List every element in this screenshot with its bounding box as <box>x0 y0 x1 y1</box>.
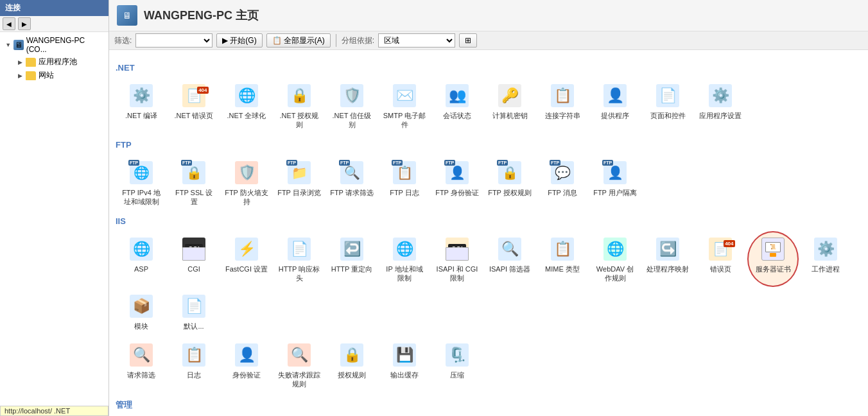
main-header-icon: 🖥 <box>117 5 137 26</box>
icon-item-auth-rules[interactable]: 🔒授权规则 <box>326 337 378 393</box>
icon-img-ftp-iso: FTP👤 <box>602 160 628 186</box>
icon-item-output-cache[interactable]: 💾输出缓存 <box>379 337 430 393</box>
icon-img-webdav: 🌐 <box>602 236 628 262</box>
icon-label-net-trust: .NET 信任级别 <box>330 111 374 130</box>
icon-label-mime: MIME 类型 <box>545 264 580 273</box>
icon-img-compress: 🗜️ <box>444 342 470 368</box>
icon-img-ftp-perms: FTP🔒 <box>497 160 523 186</box>
icon-label-net-compiler: .NET 编译 <box>125 111 157 120</box>
icon-item-isapi-cgi[interactable]: CGIISAPI 和 CGI 限制 <box>431 231 483 287</box>
icon-item-ftp-ssl[interactable]: FTP🔒FTP SSL 设置 <box>168 155 220 211</box>
icon-item-providers[interactable]: 👤提供程序 <box>589 78 641 134</box>
separator-1 <box>336 34 336 47</box>
page-title: WANGPENG-PC 主页 <box>144 8 259 23</box>
icon-label-http-response: HTTP 响应标头 <box>277 264 321 283</box>
icon-item-isapi-filter[interactable]: 🔍ISAPI 筛选器 <box>484 231 535 287</box>
icon-item-handler[interactable]: ↪️处理程序映射 <box>642 231 693 287</box>
icon-img-ftp-firewall: 🛡️ <box>234 160 259 186</box>
tree-app-pool[interactable]: ▶ 应用程序池 <box>14 55 106 69</box>
show-all-btn[interactable]: 📋 全部显示(A) <box>266 33 331 48</box>
tree-website[interactable]: ▶ 网站 <box>14 69 106 82</box>
icon-label-output-cache: 输出缓存 <box>390 370 419 379</box>
icon-item-fastcgi[interactable]: ⚡FastCGI 设置 <box>221 231 272 287</box>
icon-item-session-state[interactable]: 👥会话状态 <box>431 78 483 134</box>
net-icon-grid: ⚙️.NET 编译📄404.NET 错误页🌐.NET 全球化🔒.NET 授权规则… <box>116 78 862 134</box>
icon-img-ftp-browse: FTP📁 <box>286 160 312 186</box>
icon-img-ip-domain: 🌐 <box>392 236 417 262</box>
net-section-label: .NET <box>116 63 862 74</box>
icon-item-log[interactable]: 📋日志 <box>168 337 220 393</box>
icon-item-ftp-auth[interactable]: FTP👤FTP 身份验证 <box>431 155 483 211</box>
icon-img-net-global: 🌐 <box>234 83 259 108</box>
ftp-icon-grid: FTP🌐FTP IPv4 地址和域限制FTP🔒FTP SSL 设置🛡️FTP 防… <box>116 155 862 211</box>
icon-item-net-auth-rules[interactable]: 🔒.NET 授权规则 <box>273 78 325 134</box>
icon-item-smtp-email[interactable]: ✉️SMTP 电子邮件 <box>379 78 430 134</box>
icon-label-log: 日志 <box>187 370 201 379</box>
icon-img-failed-req: 🔍 <box>286 342 312 368</box>
icon-item-compress[interactable]: 🗜️压缩 <box>431 337 483 393</box>
icon-item-net-trust[interactable]: 🛡️.NET 信任级别 <box>326 78 378 134</box>
icon-item-webdav[interactable]: 🌐WebDAV 创作规则 <box>589 231 641 287</box>
icon-item-auth[interactable]: 👤身份验证 <box>221 337 272 393</box>
server-icon: 🖥 <box>13 40 23 50</box>
icon-item-default[interactable]: 📄默认... <box>168 288 220 334</box>
icon-item-failed-req[interactable]: 🔍失败请求跟踪规则 <box>273 337 325 393</box>
icon-item-asp[interactable]: 🌐ASP <box>116 231 167 287</box>
icon-item-server-cert[interactable]: 📜服务器证书 <box>747 231 799 287</box>
icon-item-modules[interactable]: 📦模块 <box>116 288 167 334</box>
icon-item-ftp-ipv4[interactable]: FTP🌐FTP IPv4 地址和域限制 <box>116 155 167 211</box>
icon-img-req-filter: 🔍 <box>128 342 154 368</box>
website-icon <box>26 71 36 80</box>
icon-item-ftp-perms[interactable]: FTP🔒FTP 授权规则 <box>484 155 535 211</box>
icon-label-ftp-perms: FTP 授权规则 <box>488 188 532 197</box>
icon-label-ftp-msg: FTP 消息 <box>548 188 577 197</box>
icon-img-isapi-filter: 🔍 <box>497 236 523 262</box>
app-pool-expand: ▶ <box>17 59 23 65</box>
icon-item-error-pages[interactable]: 📄404错误页 <box>695 231 746 287</box>
mgmt-section-label: 管理 <box>116 399 862 412</box>
icon-item-ip-domain[interactable]: 🌐IP 地址和域限制 <box>379 231 430 287</box>
icon-img-ftp-filter: FTP🔍 <box>339 160 365 186</box>
icon-img-auth-rules: 🔒 <box>339 342 365 368</box>
icon-img-mime: 📋 <box>550 236 575 262</box>
icon-item-ftp-browse[interactable]: FTP📁FTP 目录浏览 <box>273 155 325 211</box>
icon-img-handler: ↪️ <box>655 236 681 262</box>
icon-img-smtp-email: ✉️ <box>392 83 417 108</box>
icon-item-http-redirect[interactable]: ↩️HTTP 重定向 <box>326 231 378 287</box>
icon-item-ftp-log[interactable]: FTP📋FTP 日志 <box>379 155 430 211</box>
icon-item-ftp-iso[interactable]: FTP👤FTP 用户隔离 <box>589 155 641 211</box>
icon-item-net-global[interactable]: 🌐.NET 全球化 <box>221 78 272 134</box>
view-btn[interactable]: ⊞ <box>459 33 477 48</box>
ftp-section-label: FTP <box>116 140 862 151</box>
start-btn[interactable]: ▶ 开始(G) <box>216 33 262 48</box>
filter-select[interactable] <box>135 33 213 48</box>
icon-item-cgi[interactable]: CGICGI <box>168 231 220 287</box>
icon-item-conn-string[interactable]: 📋连接字符串 <box>537 78 588 134</box>
icon-img-error-pages: 📄404 <box>707 236 733 262</box>
icon-item-ftp-msg[interactable]: FTP💬FTP 消息 <box>537 155 588 211</box>
icon-img-fastcgi: ⚡ <box>234 236 259 262</box>
icon-item-net-error[interactable]: 📄404.NET 错误页 <box>168 78 220 134</box>
group-select[interactable]: 区域 <box>378 33 455 48</box>
icon-item-mime[interactable]: 📋MIME 类型 <box>537 231 588 287</box>
icon-item-ftp-filter[interactable]: FTP🔍FTP 请求筛选 <box>326 155 378 211</box>
icon-label-asp: ASP <box>134 264 148 273</box>
icon-item-worker-proc[interactable]: ⚙️工作进程 <box>800 231 851 287</box>
icon-item-app-settings[interactable]: ⚙️应用程序设置 <box>695 78 746 134</box>
sidebar-forward-btn[interactable]: ▶ <box>18 17 31 30</box>
icon-img-ftp-msg: FTP💬 <box>550 160 575 186</box>
sidebar-back-btn[interactable]: ◀ <box>3 17 15 30</box>
icon-item-pages-controls[interactable]: 📄页面和控件 <box>642 78 693 134</box>
icon-img-isapi-cgi: CGI <box>444 236 470 262</box>
icon-label-auth: 身份验证 <box>232 370 261 379</box>
icon-item-machine-key[interactable]: 🔑计算机密钥 <box>484 78 535 134</box>
tree-server[interactable]: ▼ 🖥 WANGPENG-PC (CO... <box>3 35 106 55</box>
icon-item-http-response[interactable]: 📄HTTP 响应标头 <box>273 231 325 287</box>
icon-item-net-compiler[interactable]: ⚙️.NET 编译 <box>116 78 167 134</box>
icon-label-server-cert: 服务器证书 <box>756 264 791 273</box>
start-label: 开始(G) <box>230 35 256 46</box>
icon-item-req-filter[interactable]: 🔍请求筛选 <box>116 337 167 393</box>
icon-label-net-error: .NET 错误页 <box>175 111 214 120</box>
icon-item-ftp-firewall[interactable]: 🛡️FTP 防火墙支持 <box>221 155 272 211</box>
main-panel: 🖥 WANGPENG-PC 主页 筛选: ▶ 开始(G) 📋 全部显示(A) 分… <box>109 0 868 416</box>
